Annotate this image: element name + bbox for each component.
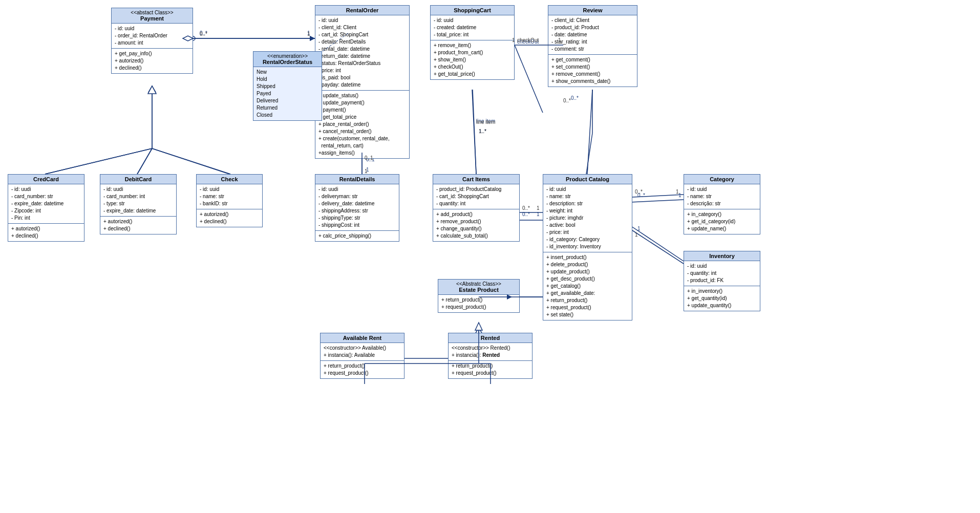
shopping-cart-methods: + remove_item() + product_from_cart() + … [431, 40, 514, 79]
cart-items-name: Cart Items [436, 176, 516, 182]
estate-product-stereotype: <<Abstratc Class>> [441, 281, 516, 287]
svg-text:1: 1 [676, 189, 679, 195]
available-rent-constructor: <<constructor>> Available() + instancia(… [321, 343, 404, 361]
svg-line-8 [152, 148, 229, 174]
svg-text:0..*: 0..* [200, 31, 207, 37]
check-attributes: - id: uuid - name: str - bankID: str [197, 184, 262, 209]
inventory-methods: + in_inventory() + get_quantity(id) + up… [684, 286, 760, 311]
shopping-cart-name: ShoppingCart [434, 7, 511, 13]
svg-text:0..*: 0..* [637, 193, 645, 198]
payment-attributes: - id: uuid - order_id: RentalOrder - amo… [112, 24, 193, 49]
cart-items-methods: + add_product() + remove_product() + cha… [433, 209, 519, 241]
review-methods: + get_comment() + set_comment() + remove… [548, 55, 637, 87]
svg-line-50 [473, 90, 476, 174]
svg-text:checkOut: checkOut [517, 37, 539, 43]
svg-marker-9 [148, 86, 156, 92]
svg-line-18 [586, 133, 592, 174]
product-catalog-header: Product Catalog [543, 175, 632, 184]
debit-card-header: DebitCard [100, 175, 176, 184]
inventory-class: Inventory - id: uuid - quantity: int - p… [684, 251, 760, 311]
rental-order-name: RentalOrder [318, 7, 406, 13]
svg-line-62 [632, 195, 684, 197]
product-catalog-attributes: - id: uuid - name: str - description: st… [543, 184, 632, 252]
estate-product-class: <<Abstratc Class>> Estate Product + retu… [438, 279, 520, 313]
svg-text:0..*: 0..* [563, 98, 571, 103]
svg-text:1: 1 [537, 211, 540, 217]
rented-methods: + return_product() + request_product() [449, 361, 532, 378]
cart-items-class: Cart Items - product_id: ProductCatalog … [433, 174, 520, 242]
svg-line-56 [587, 90, 592, 174]
rental-order-status-header: <<enumeration>> RentalOrderStatus [253, 52, 322, 67]
category-header: Category [684, 175, 760, 184]
inventory-attributes: - id: uuid - quantity: int - product_id:… [684, 261, 760, 286]
inventory-name: Inventory [687, 253, 757, 259]
rented-class: Rented <<constructor>> Rented() + instan… [448, 333, 532, 379]
product-catalog-name: Product Catalog [546, 176, 629, 182]
review-name: Review [551, 7, 634, 13]
rental-order-status-class: <<enumeration>> RentalOrderStatus New Ho… [253, 51, 322, 121]
rental-details-header: RentalDetails [315, 175, 399, 184]
svg-text:1: 1 [637, 226, 641, 231]
rental-order-header: RentalOrder [315, 6, 409, 15]
svg-text:0..*: 0..* [522, 205, 530, 211]
category-class: Category - id: uuid - name: str - descri… [684, 174, 760, 234]
svg-text:1: 1 [678, 193, 681, 198]
svg-marker-74 [475, 323, 482, 330]
svg-text:1: 1 [537, 205, 540, 211]
svg-marker-1 [310, 36, 315, 41]
svg-text:1..*: 1..* [479, 129, 486, 134]
rental-order-methods: + update_status() + update_payment() + p… [315, 91, 409, 158]
payment-name: Payment [115, 15, 189, 22]
estate-product-header: <<Abstratc Class>> Estate Product [438, 280, 519, 295]
svg-line-44 [137, 148, 152, 174]
svg-line-43 [45, 148, 152, 174]
check-name: Check [200, 176, 259, 182]
svg-text:1: 1 [307, 31, 310, 37]
check-class: Check - id: uuid - name: str - bankID: s… [196, 174, 263, 227]
svg-text:1: 1 [635, 232, 638, 238]
shopping-cart-header: ShoppingCart [431, 6, 514, 15]
rental-order-status-stereotype: <<enumeration>> [257, 53, 318, 59]
check-header: Check [197, 175, 262, 184]
payment-header: <<abstact Class>> Payment [112, 8, 193, 24]
diagram-canvas: 0..* 1 0..1 1 1..* checkOut 0..* 0..* 1 … [0, 0, 980, 513]
cart-items-header: Cart Items [433, 175, 519, 184]
review-class: Review - client_id: Client - product_id:… [548, 5, 637, 87]
svg-line-65 [632, 230, 684, 264]
available-rent-methods: + return_product() + request_product() [321, 361, 404, 378]
review-header: Review [548, 6, 637, 15]
svg-text:1: 1 [366, 167, 369, 173]
rented-name: Rented [452, 335, 529, 341]
svg-text:0..*: 0..* [200, 30, 207, 36]
shopping-cart-class: ShoppingCart - id: uuid - created: datet… [430, 5, 515, 80]
debit-card-attributes: - id: uudi - card_number: int - type: st… [100, 184, 176, 217]
svg-line-15 [515, 45, 543, 113]
product-catalog-methods: + insert_product() + delete_product() + … [543, 252, 632, 320]
cred-card-class: CredCard - id: uudi - card_number: str -… [8, 174, 84, 242]
rental-details-class: RentalDetails - id: uudi - deliveryman: … [315, 174, 399, 242]
svg-text:0..*: 0..* [522, 211, 530, 217]
rental-details-attributes: - id: uudi - deliveryman: str - delivery… [315, 184, 399, 231]
svg-text:1..*: 1..* [479, 129, 486, 134]
svg-line-20 [630, 200, 684, 202]
inventory-header: Inventory [684, 251, 760, 261]
svg-line-13 [472, 90, 476, 174]
rental-details-name: RentalDetails [318, 176, 396, 182]
svg-line-45 [152, 148, 230, 174]
rented-constructor: <<constructor>> Rented() + instancia(): … [449, 343, 532, 361]
available-rent-header: Available Rent [321, 333, 404, 343]
rental-order-attributes: - id: uuid - client_id: Client - cart_id… [315, 15, 409, 91]
review-attributes: - client_id: Client - product_id: Produc… [548, 15, 637, 55]
svg-line-7 [137, 148, 152, 174]
available-rent-name: Available Rent [324, 335, 401, 341]
rental-order-status-name: RentalOrderStatus [257, 59, 318, 65]
rental-details-methods: + calc_price_shipping() [315, 231, 399, 241]
svg-marker-38 [310, 36, 315, 41]
payment-methods: + get_pay_info() + autorized() + decline… [112, 49, 193, 73]
cred-card-attributes: - id: uudi - card_number: str - expire_d… [8, 184, 84, 224]
estate-product-name: Estate Product [441, 287, 516, 293]
check-methods: + autorized() + declined() [197, 209, 262, 227]
svg-text:0..*: 0..* [571, 95, 579, 101]
rented-header: Rented [449, 333, 532, 343]
rental-order-class: RentalOrder - id: uuid - client_id: Clie… [315, 5, 410, 159]
